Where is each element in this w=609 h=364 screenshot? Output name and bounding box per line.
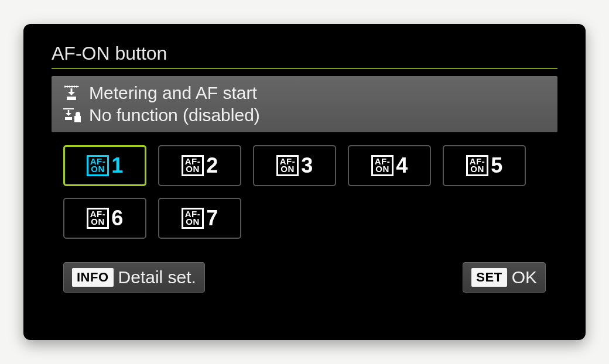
af-on-icon: AF- ON bbox=[466, 155, 489, 176]
preset-number: 5 bbox=[491, 153, 502, 178]
preset-number: 6 bbox=[111, 206, 123, 231]
af-on-icon: AF- ON bbox=[371, 155, 394, 176]
svg-rect-0 bbox=[64, 86, 78, 87]
camera-menu-screen: AF-ON button Metering and AF start No fu… bbox=[23, 24, 586, 340]
af-label-bot: ON bbox=[186, 166, 200, 173]
preset-af-on-1[interactable]: AF- ON 1 bbox=[63, 145, 146, 186]
preset-af-on-4[interactable]: AF- ON 4 bbox=[348, 145, 431, 186]
set-ok-button[interactable]: SET OK bbox=[463, 262, 546, 293]
footer-bar: INFO Detail set. SET OK bbox=[52, 262, 557, 293]
preset-inner: AF- ON 1 bbox=[87, 153, 124, 178]
info-badge: INFO bbox=[72, 268, 114, 287]
preset-af-on-6[interactable]: AF- ON 6 bbox=[63, 198, 146, 239]
af-label-bot: ON bbox=[186, 218, 200, 226]
af-on-icon: AF- ON bbox=[87, 208, 110, 229]
function-line-1-text: Metering and AF start bbox=[89, 83, 257, 103]
af-label-bot: ON bbox=[375, 166, 389, 173]
function-line-2-text: No function (disabled) bbox=[89, 105, 260, 125]
preset-inner: AF- ON 2 bbox=[182, 153, 218, 178]
title-divider bbox=[52, 68, 557, 69]
info-label: Detail set. bbox=[118, 267, 196, 287]
preset-af-on-3[interactable]: AF- ON 3 bbox=[253, 145, 336, 186]
preset-inner: AF- ON 6 bbox=[87, 206, 124, 231]
metering-af-start-icon bbox=[62, 84, 81, 102]
svg-rect-1 bbox=[67, 97, 76, 100]
preset-number: 4 bbox=[396, 153, 408, 178]
preset-inner: AF- ON 7 bbox=[182, 206, 218, 231]
preset-inner: AF- ON 3 bbox=[276, 153, 313, 178]
af-label-bot: ON bbox=[280, 166, 295, 173]
preset-number: 3 bbox=[301, 153, 313, 178]
af-label-bot: ON bbox=[470, 166, 484, 173]
preset-inner: AF- ON 5 bbox=[466, 153, 503, 178]
preset-af-on-5[interactable]: AF- ON 5 bbox=[443, 145, 526, 186]
af-on-icon: AF- ON bbox=[276, 155, 299, 176]
svg-rect-2 bbox=[63, 108, 74, 109]
af-on-icon: AF- ON bbox=[182, 208, 204, 229]
info-detail-button[interactable]: INFO Detail set. bbox=[63, 262, 205, 293]
set-label: OK bbox=[512, 267, 537, 287]
function-line-2: No function (disabled) bbox=[62, 104, 547, 126]
preset-number: 1 bbox=[111, 153, 123, 178]
function-line-1: Metering and AF start bbox=[62, 82, 547, 104]
af-on-icon: AF- ON bbox=[87, 155, 110, 176]
preset-grid: AF- ON 1 AF- ON 2 AF- ON 3 AF- ON 4 bbox=[52, 145, 557, 239]
preset-number: 2 bbox=[206, 153, 218, 178]
page-title: AF-ON button bbox=[52, 43, 557, 68]
preset-number: 7 bbox=[206, 206, 218, 231]
svg-rect-3 bbox=[65, 117, 72, 120]
no-function-disabled-icon bbox=[62, 106, 81, 125]
preset-af-on-7[interactable]: AF- ON 7 bbox=[158, 198, 241, 239]
af-label-bot: ON bbox=[91, 218, 105, 226]
set-badge: SET bbox=[471, 268, 507, 287]
preset-af-on-2[interactable]: AF- ON 2 bbox=[158, 145, 241, 186]
function-info-bar: Metering and AF start No function (disab… bbox=[52, 76, 557, 132]
af-on-icon: AF- ON bbox=[182, 155, 204, 176]
af-label-bot: ON bbox=[91, 166, 105, 173]
preset-inner: AF- ON 4 bbox=[371, 153, 408, 178]
